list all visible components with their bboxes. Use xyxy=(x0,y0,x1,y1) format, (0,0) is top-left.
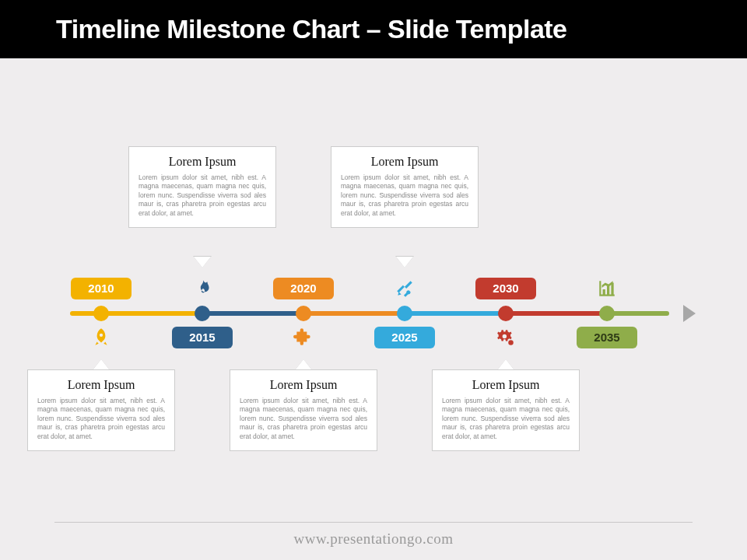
footer-divider xyxy=(54,522,693,523)
rocket-icon xyxy=(89,325,113,348)
year-badge-2010: 2010 xyxy=(71,278,132,299)
slide-title: Timeline Milestone Chart – Slide Templat… xyxy=(56,14,725,44)
card-heading: Lorem Ipsum xyxy=(442,378,570,392)
axis-seg-2015-2020 xyxy=(202,311,303,316)
svg-point-2 xyxy=(508,340,514,345)
year-badge-2020: 2020 xyxy=(273,278,334,299)
footer: www.presentationgo.com xyxy=(0,511,747,560)
year-badge-2035: 2035 xyxy=(577,327,637,348)
axis-seg-2030-2035 xyxy=(506,311,607,316)
milestone-card-2010: Lorem Ipsum Lorem ipsum dolor sit amet, … xyxy=(27,369,175,451)
milestone-card-2015: Lorem Ipsum Lorem ipsum dolor sit amet, … xyxy=(128,146,276,228)
milestone-dot-2030 xyxy=(498,306,514,321)
year-badge-2030: 2030 xyxy=(475,278,536,299)
milestone-card-2020: Lorem Ipsum Lorem ipsum dolor sit amet, … xyxy=(230,369,377,451)
milestone-dot-2025 xyxy=(397,306,412,321)
axis-arrow-icon xyxy=(683,305,696,322)
puzzle-icon xyxy=(292,325,315,348)
axis-seg-2010-2015 xyxy=(101,311,202,316)
milestone-dot-2035 xyxy=(599,306,615,321)
card-body: Lorem ipsum dolor sit amet, nibh est. A … xyxy=(37,397,165,441)
footer-link[interactable]: www.presentationgo.com xyxy=(294,530,454,547)
card-body: Lorem ipsum dolor sit amet, nibh est. A … xyxy=(442,397,570,441)
flame-icon xyxy=(191,277,215,300)
card-pointer-2030 xyxy=(497,359,514,370)
card-heading: Lorem Ipsum xyxy=(240,378,367,392)
axis-seg-2020-2025 xyxy=(303,311,405,316)
slide-header: Timeline Milestone Chart – Slide Templat… xyxy=(0,0,747,58)
milestone-dot-2010 xyxy=(93,306,109,321)
axis-seg-2035-end xyxy=(607,311,669,316)
card-pointer-2015 xyxy=(194,257,211,268)
timeline-canvas: 2010 2015 2020 2025 2030 2035 Lorem Ipsu… xyxy=(0,93,747,498)
axis-seg-2025-2030 xyxy=(405,311,506,316)
card-body: Lorem ipsum dolor sit amet, nibh est. A … xyxy=(341,173,468,218)
timeline-axis xyxy=(70,311,685,316)
milestone-dot-2020 xyxy=(296,306,311,321)
chart-icon xyxy=(595,277,619,300)
card-pointer-2020 xyxy=(295,359,312,370)
card-body: Lorem ipsum dolor sit amet, nibh est. A … xyxy=(139,173,266,218)
gears-icon xyxy=(494,325,517,348)
milestone-card-2025: Lorem Ipsum Lorem ipsum dolor sit amet, … xyxy=(331,146,479,228)
card-pointer-2010 xyxy=(93,359,110,370)
card-heading: Lorem Ipsum xyxy=(341,155,468,169)
card-pointer-2025 xyxy=(396,257,413,268)
tools-icon xyxy=(393,277,416,300)
year-badge-2025: 2025 xyxy=(374,327,435,348)
card-heading: Lorem Ipsum xyxy=(37,378,165,392)
milestone-dot-2015 xyxy=(195,306,210,321)
year-badge-2015: 2015 xyxy=(172,327,233,348)
card-body: Lorem ipsum dolor sit amet, nibh est. A … xyxy=(240,397,367,441)
milestone-card-2030: Lorem Ipsum Lorem ipsum dolor sit amet, … xyxy=(432,369,580,451)
card-heading: Lorem Ipsum xyxy=(139,155,266,169)
